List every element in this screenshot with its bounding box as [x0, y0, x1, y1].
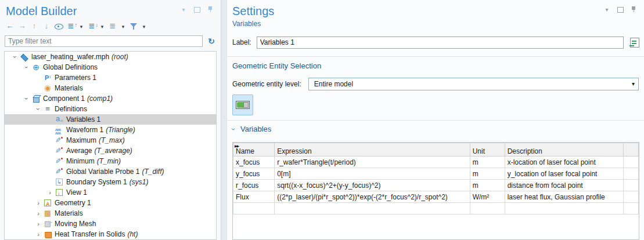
tree-item-component-1[interactable]: Component 1(comp1): [5, 93, 216, 104]
tree-item-materials[interactable]: Materials: [5, 208, 216, 219]
tree-item-label: Parameters 1: [55, 74, 96, 82]
filter-button[interactable]: [129, 21, 138, 31]
cell-expression[interactable]: [275, 203, 470, 214]
column-header-unit: Unit: [470, 143, 505, 157]
move-up-button[interactable]: [30, 21, 39, 31]
tree-item-heat-transfer-in-solids[interactable]: Heat Transfer in Solids(ht): [5, 229, 216, 239]
separator: [227, 120, 644, 121]
cell-description[interactable]: distance from focal point: [505, 180, 624, 191]
row-marker-icon: ▶▶: [235, 144, 239, 148]
geometric-entity-level-row: Geometric entity level: Entire model: [232, 78, 639, 90]
cell-name[interactable]: r_focus: [233, 180, 275, 191]
tree-item-boundary-system-1[interactable]: Boundary System 1(sys1): [5, 177, 216, 187]
tree-item-global-variable-probe-1[interactable]: Global Variable Probe 1(T_diff): [5, 166, 216, 177]
tree-item-tag: (T_diff): [142, 168, 164, 176]
comsol-desktop: Model Builder laser_heating_wafer.mph(ro…: [0, 0, 644, 240]
cell-unit[interactable]: [470, 203, 505, 214]
panel-menu-icon[interactable]: [602, 5, 611, 14]
float-icon[interactable]: [616, 5, 625, 14]
tree-item-materials[interactable]: Materials: [5, 83, 216, 93]
label-input[interactable]: [257, 37, 624, 49]
cell-expression[interactable]: sqrt((x-x_focus)^2+(y-y_focus)^2): [275, 180, 470, 191]
cell-name[interactable]: x_focus: [233, 157, 275, 168]
cell-unit[interactable]: m: [470, 180, 505, 191]
pin-icon[interactable]: [206, 5, 215, 14]
float-icon[interactable]: [192, 5, 202, 14]
tree-item-label: Component 1: [43, 94, 85, 103]
dropdown-caret-icon[interactable]: [78, 21, 84, 31]
cell-filler: [624, 191, 639, 203]
tree-item-label: Maximum: [66, 136, 96, 144]
expander-open-icon[interactable]: [34, 104, 43, 114]
expander-closed-icon[interactable]: [34, 230, 43, 239]
cell-unit[interactable]: m: [470, 157, 505, 168]
tree-item-geometry-1[interactable]: Geometry 1: [5, 198, 216, 208]
cell-description[interactable]: laser heat flux, Gaussian profile: [505, 191, 624, 203]
show-button[interactable]: [54, 21, 63, 31]
component-icon: [31, 94, 41, 103]
table-row: y_focus0[m]my_location of laser focal po…: [233, 168, 639, 180]
geometric-entity-level-value: Entire model: [314, 80, 353, 88]
back-button[interactable]: [5, 21, 15, 31]
expander-open-icon[interactable]: [22, 63, 31, 72]
cell-unit[interactable]: m: [470, 168, 505, 180]
panel-menu-icon[interactable]: [179, 5, 188, 14]
active-selection-toggle-button[interactable]: [232, 94, 253, 115]
back-icon: [5, 21, 15, 31]
move-down-button[interactable]: [42, 21, 51, 31]
tree-item-parameters-1[interactable]: Parameters 1: [5, 72, 216, 83]
tree-item-definitions[interactable]: Definitions: [5, 104, 216, 114]
tree-item-tag: (T_max): [99, 136, 125, 144]
variables-section-header[interactable]: Variables: [232, 125, 271, 133]
tree-item-waveform-1[interactable]: Waveform 1(Triangle): [5, 125, 216, 135]
dropdown-caret-icon[interactable]: [141, 21, 147, 31]
expander-closed-icon[interactable]: [34, 198, 43, 208]
label-row: Label:: [232, 36, 641, 49]
tree-item-moving-mesh[interactable]: Moving Mesh: [5, 219, 216, 229]
tree-item-variables-1[interactable]: Variables 1: [5, 114, 216, 125]
filter-input[interactable]: [5, 35, 203, 47]
column-header-expression: Expression: [275, 143, 470, 157]
list-move-up-button[interactable]: [66, 21, 75, 31]
heat-transfer-icon: [43, 230, 52, 239]
expander-open-icon[interactable]: [10, 52, 20, 61]
tree-item-global-definitions[interactable]: Global Definitions: [5, 62, 216, 72]
pin-icon[interactable]: [629, 5, 638, 14]
model-icon: [20, 52, 29, 61]
cell-description[interactable]: x-location of laser focal point: [505, 157, 624, 168]
tree-item-label: Minimum: [66, 157, 95, 165]
cell-name[interactable]: [233, 203, 275, 214]
tree-item-view-1[interactable]: View 1: [5, 187, 216, 198]
list-move-down-button[interactable]: [87, 21, 96, 31]
cell-description[interactable]: y_location of laser focal point: [505, 168, 624, 180]
dropdown-caret-icon[interactable]: [120, 21, 126, 31]
tree-item-average[interactable]: Average(T_average): [5, 146, 216, 156]
node-text-button[interactable]: [108, 21, 117, 31]
tree-item-minimum[interactable]: Minimum(T_min): [5, 156, 216, 166]
expander-open-icon[interactable]: [22, 94, 31, 103]
tree-item-maximum[interactable]: Maximum(T_max): [5, 135, 216, 146]
dropdown-caret-icon[interactable]: [99, 21, 105, 31]
cell-unit[interactable]: W/m²: [470, 191, 505, 203]
boundary-system-icon: [55, 177, 64, 187]
label-field-label: Label:: [232, 38, 251, 46]
cell-expression[interactable]: ((2*p_laser)/(pi*r_spot^2))*exp(-(2*r_fo…: [275, 191, 470, 203]
expander-closed-icon[interactable]: [34, 219, 43, 228]
geometric-entity-level-select[interactable]: Entire model: [308, 78, 639, 90]
tree-item-label: Global Variable Probe 1: [66, 168, 140, 176]
tree-item-label: Global Definitions: [43, 63, 98, 71]
cell-name[interactable]: Flux: [233, 191, 275, 203]
cell-name[interactable]: y_focus: [233, 168, 275, 180]
expander-closed-icon[interactable]: [34, 209, 43, 218]
cell-expression[interactable]: 0[m]: [275, 168, 470, 180]
refresh-icon[interactable]: [207, 37, 216, 46]
cell-description[interactable]: [505, 203, 624, 214]
expander-closed-icon[interactable]: [45, 188, 55, 197]
tree-item-laser-heating-wafer-mph[interactable]: laser_heating_wafer.mph(root): [5, 52, 216, 62]
forward-button[interactable]: [17, 21, 27, 31]
rename-note-icon[interactable]: [628, 36, 641, 49]
model-builder-title: Model Builder: [6, 5, 77, 18]
geometric-entity-selection-header: Geometric Entity Selection: [232, 61, 321, 70]
cell-expression[interactable]: r_wafer*Triangle(t/period): [275, 157, 470, 168]
tree-item-label: Variables 1: [66, 115, 100, 123]
